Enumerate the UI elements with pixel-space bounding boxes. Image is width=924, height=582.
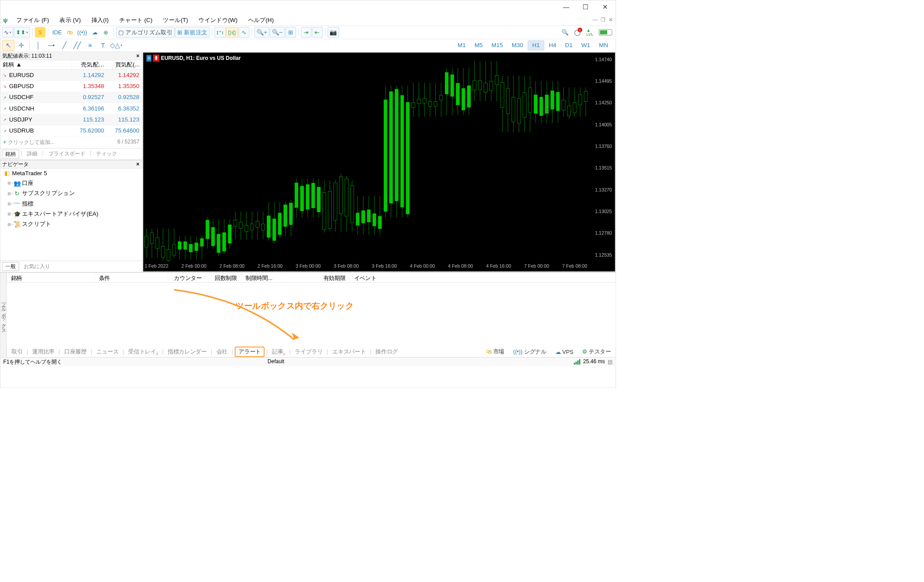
ide-button[interactable]: IDE bbox=[51, 27, 64, 37]
mw-col-symbol[interactable]: 銘柄 ▲ bbox=[0, 59, 72, 70]
mw-row-usdjpy[interactable]: ↗USDJPY115.123115.123 bbox=[0, 114, 143, 125]
bar-style-button[interactable]: ɪ⁺ı bbox=[214, 27, 225, 37]
tb-col-limit[interactable]: 回数制限 bbox=[206, 273, 242, 282]
mw-tab-tick[interactable]: ティック bbox=[93, 150, 120, 158]
tb-tab-news[interactable]: ニュース bbox=[94, 347, 121, 356]
nav-tab-favorites[interactable]: お気に入り bbox=[21, 262, 53, 271]
window-close[interactable]: ✕ bbox=[595, 2, 615, 13]
tb-tab-articles[interactable]: 記事1 bbox=[270, 347, 287, 357]
shapes-tool[interactable]: ◇△▾ bbox=[110, 40, 122, 51]
hline-tool[interactable]: ─• bbox=[45, 40, 58, 51]
tf-m5[interactable]: M5 bbox=[470, 41, 487, 50]
tf-m15[interactable]: M15 bbox=[488, 41, 507, 50]
tf-h1[interactable]: H1 bbox=[528, 41, 544, 50]
toolbox-body[interactable]: ツールボックス内で右クリック bbox=[7, 283, 616, 346]
zoom-in-button[interactable]: 🔍+ bbox=[254, 27, 269, 37]
nav-item-4[interactable]: ⊞┄📜スクリプト bbox=[7, 219, 143, 229]
tb-tab-experts[interactable]: エキスパート bbox=[330, 347, 368, 356]
tb-tab-library[interactable]: ライブラリ bbox=[293, 347, 325, 356]
nav-item-0[interactable]: ⊞┄👥口座 bbox=[7, 178, 143, 188]
autoscroll-button[interactable]: ⇥ bbox=[301, 27, 312, 37]
new-order-button[interactable]: ⊞新規注文 bbox=[175, 27, 209, 37]
text-tool[interactable]: T bbox=[97, 40, 109, 51]
vline-tool[interactable]: │ bbox=[32, 40, 44, 51]
tf-h4[interactable]: H4 bbox=[545, 41, 561, 50]
camera-button[interactable]: 📷 bbox=[327, 27, 339, 37]
menu-help[interactable]: ヘルプ(H) bbox=[243, 14, 279, 26]
nav-item-2[interactable]: ⊞┄〰指標 bbox=[7, 199, 143, 209]
tb-tab-mailbox[interactable]: 受信トレイ7 bbox=[126, 347, 160, 357]
line-chart-button[interactable]: ∿▾ bbox=[2, 27, 13, 37]
chart-area[interactable]: ≡⬍EURUSD, H1: Euro vs US Dollar 1.147401… bbox=[143, 52, 615, 271]
lvl-button[interactable]: ▲LVL bbox=[585, 27, 595, 37]
channel-tool[interactable]: ╱╱ bbox=[71, 40, 83, 51]
candle-style-button[interactable]: ▯ı▯ bbox=[226, 27, 238, 37]
mdi-restore-icon[interactable]: ❐ bbox=[600, 16, 606, 24]
fibo-tool[interactable]: ≡ bbox=[84, 40, 96, 51]
nav-root[interactable]: ◧MetaTrader 5 bbox=[4, 169, 143, 178]
cursor-tool[interactable]: ↖ bbox=[2, 40, 15, 51]
tf-m1[interactable]: M1 bbox=[454, 41, 470, 50]
market-watch-close[interactable]: × bbox=[135, 53, 140, 59]
tb-tab-journal[interactable]: 操作ログ bbox=[373, 347, 400, 356]
mw-add-row[interactable]: + クリックして追加...6 / 52357 bbox=[0, 136, 143, 148]
mdi-close-icon[interactable]: ✕ bbox=[608, 16, 613, 24]
window-minimize[interactable]: — bbox=[557, 2, 576, 13]
dollar-button[interactable]: $ bbox=[35, 27, 45, 37]
mw-row-usdrub[interactable]: ↗USDRUB75.6200075.64600 bbox=[0, 125, 143, 136]
mw-tab-details[interactable]: 詳細 bbox=[24, 150, 40, 158]
tb-col-condition[interactable]: 条件 bbox=[95, 273, 168, 282]
tb-col-symbol[interactable]: 銘柄 bbox=[7, 273, 95, 282]
tb-vps-btn[interactable]: ☁ VPS bbox=[553, 348, 576, 356]
tf-w1[interactable]: W1 bbox=[577, 41, 594, 50]
mw-tab-symbols[interactable]: 銘柄 bbox=[2, 150, 19, 158]
algo-trading-button[interactable]: ▢アルゴリズム取引 bbox=[116, 27, 175, 37]
tile-button[interactable]: ⊞ bbox=[285, 27, 296, 37]
add-button[interactable]: ⊕ bbox=[101, 27, 111, 37]
menu-window[interactable]: ウインドウ(W) bbox=[193, 14, 242, 26]
line-style-button[interactable]: ∿ bbox=[239, 27, 249, 37]
tb-tab-trade[interactable]: 取引 bbox=[9, 347, 25, 356]
mw-col-bid[interactable]: 売気配… bbox=[72, 59, 107, 70]
mw-col-ask[interactable]: 買気配(... bbox=[107, 59, 142, 70]
tb-tab-company[interactable]: 会社 bbox=[214, 347, 230, 356]
cloud-button[interactable]: ☁ bbox=[89, 27, 100, 37]
nav-tab-general[interactable]: 一般 bbox=[2, 262, 19, 271]
tf-m30[interactable]: M30 bbox=[508, 41, 528, 50]
menu-insert[interactable]: 挿入(I) bbox=[86, 14, 114, 26]
tb-col-expiry[interactable]: 有効期限 bbox=[282, 273, 350, 282]
tb-tester-btn[interactable]: ⚙ テスター bbox=[580, 347, 613, 356]
tb-tab-history[interactable]: 口座履歴 bbox=[62, 347, 89, 356]
mw-row-usdchf[interactable]: ↗USDCHF0.925270.92528 bbox=[0, 92, 143, 103]
tb-market-btn[interactable]: 🛍 市場 bbox=[484, 347, 506, 356]
signal-button[interactable]: ((•)) bbox=[76, 27, 89, 37]
status-profile[interactable]: Default bbox=[268, 359, 284, 365]
nav-item-3[interactable]: ⊞┄🎓エキスパートアドバイザ(EA) bbox=[7, 209, 143, 219]
menu-view[interactable]: 表示 (V) bbox=[54, 14, 86, 26]
window-maximize[interactable]: ☐ bbox=[576, 2, 595, 13]
shift-button[interactable]: ⇤ bbox=[312, 27, 323, 37]
menu-chart[interactable]: チャート (C) bbox=[114, 14, 158, 26]
mw-tab-priceboard[interactable]: プライスボード bbox=[45, 150, 88, 158]
tb-col-counter[interactable]: カウンター bbox=[168, 273, 206, 282]
tb-col-event[interactable]: イベント bbox=[350, 273, 616, 282]
nav-item-1[interactable]: ⊞┄↻サブスクリプション bbox=[7, 188, 143, 198]
tf-d1[interactable]: D1 bbox=[561, 41, 577, 50]
search-icon[interactable]: 🔍 bbox=[560, 27, 571, 37]
notifications-button[interactable]: ◯1 bbox=[572, 27, 583, 37]
tb-tab-exposure[interactable]: 運用比率 bbox=[30, 347, 57, 356]
navigator-close[interactable]: × bbox=[135, 161, 140, 167]
tf-mn[interactable]: MN bbox=[595, 41, 612, 50]
menu-tools[interactable]: ツール(T) bbox=[158, 14, 193, 26]
mw-row-gbpusd[interactable]: ↘GBPUSD1.353481.35350 bbox=[0, 81, 143, 92]
trendline-tool[interactable]: ╱ bbox=[58, 40, 70, 51]
candles-button[interactable]: ⬍⬍▾ bbox=[14, 27, 30, 37]
mw-row-usdcnh[interactable]: ↗USDCNH6.361966.36352 bbox=[0, 103, 143, 114]
zoom-out-button[interactable]: 🔍− bbox=[270, 27, 285, 37]
tb-signal-btn[interactable]: ((•)) シグナル bbox=[511, 347, 549, 356]
market-button[interactable]: 🛍 bbox=[64, 27, 75, 37]
mdi-minimize-icon[interactable]: — bbox=[592, 16, 598, 24]
crosshair-tool[interactable]: ✛ bbox=[15, 40, 27, 51]
tb-tab-calendar[interactable]: 指標カレンダー bbox=[165, 347, 209, 356]
tb-tab-alert[interactable]: アラート bbox=[235, 346, 265, 357]
